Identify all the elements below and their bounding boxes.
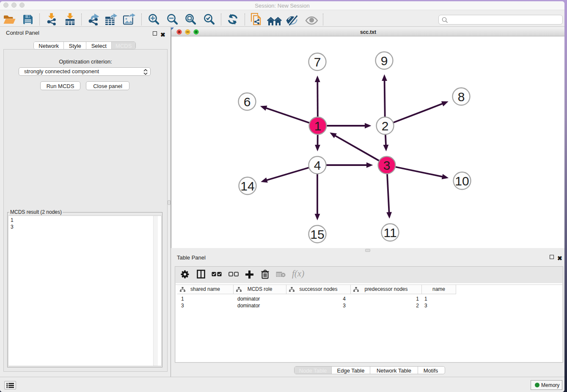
svg-text:15: 15 [310,227,324,241]
svg-text:9: 9 [381,54,388,68]
svg-text:6: 6 [244,95,251,109]
svg-text:4: 4 [314,158,321,172]
svg-text:2: 2 [382,119,389,133]
svg-text:7: 7 [314,55,321,69]
svg-text:3: 3 [383,158,391,172]
svg-text:1: 1 [314,119,322,133]
svg-text:8: 8 [458,90,465,104]
svg-text:10: 10 [455,174,469,188]
svg-text:14: 14 [240,179,254,193]
svg-text:11: 11 [383,226,396,240]
